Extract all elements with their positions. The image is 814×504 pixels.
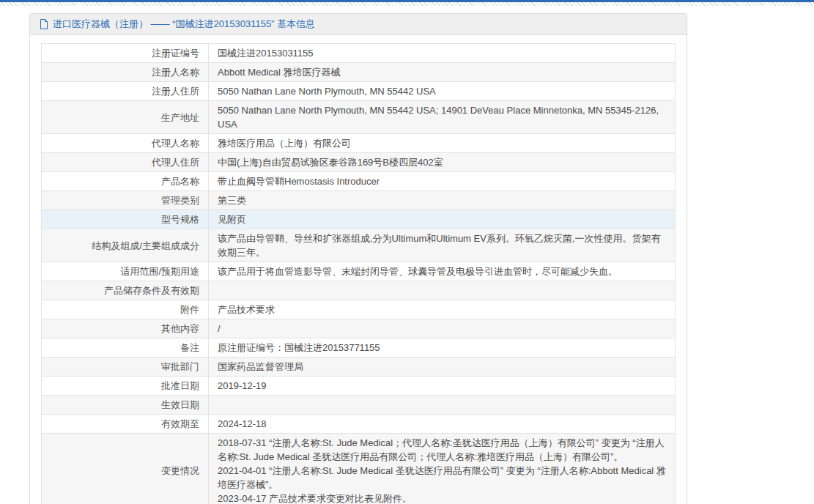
row-label: 生产地址	[161, 112, 199, 123]
table-row: 代理人名称 雅培医疗用品（上海）有限公司	[42, 134, 676, 153]
row-label: 型号规格	[161, 214, 199, 225]
document-icon	[40, 19, 48, 29]
table-row: 批准日期 2019-12-19	[42, 377, 676, 396]
row-label: 注册人住所	[152, 86, 199, 97]
change-record-line: 2021-04-01 “注册人名称:St. Jude Medical 圣犹达医疗…	[218, 464, 666, 492]
row-value: 国械注进20153031155	[209, 44, 676, 63]
row-value	[209, 281, 676, 300]
row-label: 适用范围/预期用途	[120, 266, 199, 277]
row-label: 结构及组成/主要组成成分	[92, 240, 199, 251]
row-label: 管理类别	[161, 195, 199, 206]
row-value: Abbott Medical 雅培医疗器械	[209, 63, 676, 82]
table-row: 适用范围/预期用途 该产品用于将血管造影导管、末端封闭导管、球囊导管及电极导引进…	[42, 262, 676, 281]
registration-info-table: 注册证编号 国械注进20153031155 注册人名称 Abbott Medic…	[41, 43, 676, 504]
table-row: 注册证编号 国械注进20153031155	[42, 44, 676, 63]
table-row: 产品储存条件及有效期	[42, 281, 676, 300]
row-label: 有效期至	[161, 418, 199, 429]
row-value: 原注册证编号：国械注进20153771155	[209, 338, 676, 357]
row-value: 带止血阀导管鞘Hemostasis Introducer	[209, 172, 676, 191]
row-value: 产品技术要求	[209, 300, 676, 319]
table-row: 备注 原注册证编号：国械注进20153771155	[42, 338, 676, 357]
table-row: 管理类别 第三类	[42, 191, 676, 210]
table-row: 其他内容 /	[42, 319, 676, 338]
row-label: 其他内容	[161, 323, 199, 334]
row-label: 代理人住所	[152, 157, 199, 168]
row-label: 备注	[180, 342, 199, 353]
basic-info-panel: 进口医疗器械（注册） —— “国械注进20153031155” 基本信息 注册证…	[29, 13, 687, 504]
info-table-body: 注册证编号 国械注进20153031155 注册人名称 Abbott Medic…	[42, 44, 676, 504]
row-label: 附件	[180, 304, 199, 315]
row-label: 产品名称	[161, 176, 199, 187]
row-label: 批准日期	[161, 380, 199, 391]
row-value: 中国(上海)自由贸易试验区泰谷路169号B楼四层402室	[209, 153, 676, 172]
table-row: 生效日期	[42, 396, 676, 415]
row-value: 国家药品监督管理局	[209, 357, 676, 377]
row-value: 2024-12-18	[209, 415, 676, 434]
table-row: 结构及组成/主要组成成分 该产品由导管鞘、导丝和扩张器组成,分为Ultimum和…	[42, 229, 676, 262]
table-row: 代理人住所 中国(上海)自由贸易试验区泰谷路169号B楼四层402室	[42, 153, 676, 172]
row-label: 审批部门	[161, 361, 199, 372]
table-row: 变更情况 2018-07-31 “注册人名称:St. Jude Medical；…	[42, 434, 676, 504]
table-row: 注册人住所 5050 Nathan Lane North Plymouth, M…	[42, 82, 676, 101]
row-label: 产品储存条件及有效期	[104, 285, 199, 296]
row-value	[209, 396, 676, 415]
row-value: /	[209, 319, 676, 338]
table-row: 审批部门 国家药品监督管理局	[42, 357, 676, 377]
row-value: 雅培医疗用品（上海）有限公司	[209, 134, 676, 153]
row-value: 见附页	[209, 210, 676, 229]
table-row: 型号规格 见附页	[42, 210, 676, 229]
change-record-line: 2018-07-31 “注册人名称:St. Jude Medical；代理人名称…	[218, 436, 666, 464]
table-row: 注册人名称 Abbott Medical 雅培医疗器械	[42, 63, 676, 82]
row-value: 第三类	[209, 191, 676, 210]
row-label: 注册人名称	[152, 67, 199, 78]
row-value: 该产品用于将血管造影导管、末端封闭导管、球囊导管及电极导引进血管时，尽可能减少失…	[209, 262, 676, 281]
table-row: 产品名称 带止血阀导管鞘Hemostasis Introducer	[42, 172, 676, 191]
row-value: 2018-07-31 “注册人名称:St. Jude Medical；代理人名称…	[209, 434, 676, 504]
table-row: 附件 产品技术要求	[42, 300, 676, 319]
row-label: 代理人名称	[152, 138, 199, 149]
row-label: 注册证编号	[152, 48, 199, 59]
row-value: 5050 Nathan Lane North Plymouth, MN 5544…	[209, 101, 676, 134]
row-label: 生效日期	[161, 399, 199, 410]
row-value: 5050 Nathan Lane North Plymouth, MN 5544…	[209, 82, 676, 101]
row-label: 变更情况	[161, 465, 199, 476]
table-row: 有效期至 2024-12-18	[42, 415, 676, 434]
row-value: 2019-12-19	[209, 377, 676, 396]
table-row: 生产地址 5050 Nathan Lane North Plymouth, MN…	[42, 101, 676, 134]
page-title: 进口医疗器械（注册） —— “国械注进20153031155” 基本信息	[53, 19, 315, 29]
row-value: 该产品由导管鞘、导丝和扩张器组成,分为Ultimum和Ultimum EV系列。…	[209, 229, 676, 262]
panel-body: 注册证编号 国械注进20153031155 注册人名称 Abbott Medic…	[30, 35, 687, 504]
change-record-line: 2023-04-17 产品技术要求变更对比表见附件。	[218, 492, 666, 504]
hatch-decoration-band	[0, 2, 814, 6]
panel-header: 进口医疗器械（注册） —— “国械注进20153031155” 基本信息	[30, 14, 687, 35]
